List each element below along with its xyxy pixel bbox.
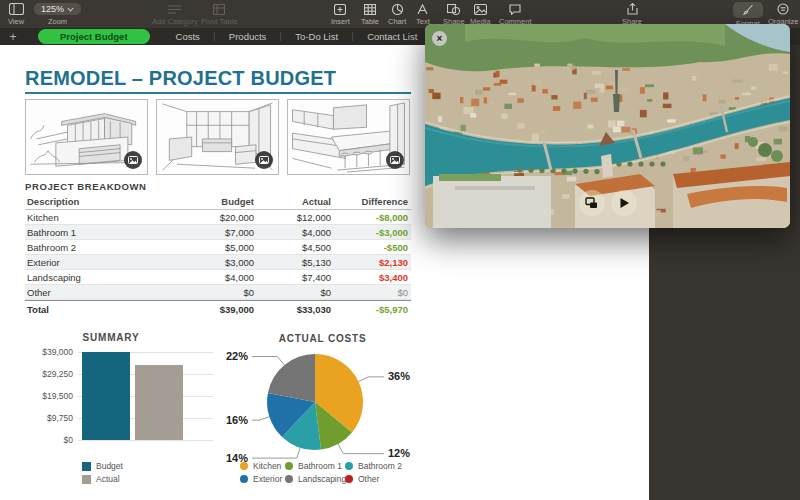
page-title[interactable]: REMODEL – PROJECT BUDGET [25,67,336,90]
cell-budget: $3,000 [180,257,257,268]
table-row[interactable]: Other$0$0$0 [25,285,411,300]
add-sheet-button[interactable]: + [0,30,26,44]
zoom-value: 125% [41,4,64,14]
kitchen-sketch[interactable] [287,99,410,175]
toolbar-chart-button[interactable]: Chart [388,2,406,26]
media-icon [474,2,487,16]
house-exterior-sketch[interactable] [25,99,148,175]
table-icon [364,2,376,16]
play-icon[interactable] [611,190,637,216]
bar-chart-title: SUMMARY [25,332,197,343]
toolbar-media-button[interactable]: Media [470,2,490,26]
cell-description: Total [25,304,180,315]
toolbar-table-label: Table [361,17,379,26]
cell-difference: $2,130 [334,257,411,268]
table-row[interactable]: Exterior$3,000$5,130$2,130 [25,255,411,270]
project-breakdown-table[interactable]: DescriptionBudgetActualDifferenceKitchen… [25,193,411,317]
pie-label-leader-line [252,448,300,458]
text-icon [417,2,428,16]
table-row[interactable]: Bathroom 1$7,000$4,000-$3,000 [25,225,411,240]
table-row[interactable]: Bathroom 2$5,000$4,500-$500 [25,240,411,255]
media-swap-icon[interactable] [579,190,605,216]
legend-dot [285,462,293,470]
pie-percent-label: 22% [226,350,248,362]
toolbar-zoom-button[interactable]: 125%Zoom [34,2,81,26]
table-total-row[interactable]: Total$39,000$33,030-$5,970 [25,300,411,317]
chevron-down-icon: 125% [34,2,81,16]
legend-label: Actual [96,474,120,484]
cell-description: Bathroom 1 [25,227,180,238]
table-row[interactable]: Landscaping$4,000$7,400$3,400 [25,270,411,285]
cell-budget: $20,000 [180,212,257,223]
tab-products[interactable]: Products [215,30,281,43]
cell-budget: $39,000 [180,304,257,315]
toolbar-comment-button[interactable]: Comment [499,2,532,26]
cell-actual: $5,130 [257,257,334,268]
image-badge-icon[interactable] [124,151,142,169]
cell-difference: $0 [334,287,411,298]
toolbar-pivot-table-button: Pivot Table [201,2,238,26]
y-axis-tick-label: $9,750 [25,413,73,423]
y-axis-tick-label: $39,000 [25,347,73,357]
toolbar-pivot-table-label: Pivot Table [201,17,238,26]
numbers-app-window: View125%ZoomAdd CategoryPivot TableInser… [0,0,800,500]
shape-icon [447,2,460,16]
toolbar-text-button[interactable]: Text [416,2,430,26]
column-header: Actual [257,196,334,207]
cell-actual: $4,500 [257,242,334,253]
cell-difference: -$3,000 [334,227,411,238]
legend-label: Other [358,474,379,484]
column-header: Budget [180,196,257,207]
tab-to-do-list[interactable]: To-Do List [281,30,352,43]
actual-costs-pie-chart[interactable]: ACTUAL COSTS36%12%14%16%22%KitchenBathro… [210,330,435,495]
legend-label: Exterior [253,474,282,484]
toolbar-table-button[interactable]: Table [361,2,379,26]
image-badge-icon[interactable] [255,151,273,169]
image-badge-icon[interactable] [386,151,404,169]
bar-budget[interactable] [82,352,130,440]
cell-actual: $7,400 [257,272,334,283]
toolbar-view-label: View [8,17,24,26]
toolbar-shape-button[interactable]: Shape [443,2,465,26]
toolbar-view-button[interactable]: View [8,2,24,26]
legend-label: Budget [96,461,123,471]
tab-project-budget[interactable]: Project Budget [38,29,150,44]
tab-costs[interactable]: Costs [162,30,214,43]
cell-actual: $0 [257,287,334,298]
table-row[interactable]: Kitchen$20,000$12,000-$8,000 [25,210,411,225]
legend-swatch [82,462,91,471]
pie-percent-label: 12% [388,447,410,459]
organize-icon [777,2,789,16]
cell-actual: $33,030 [257,304,334,315]
legend-label: Bathroom 2 [358,461,402,471]
video-overlay-window[interactable]: × [425,24,790,228]
bar-legend-item: Budget [82,461,123,471]
pie-svg: 36%12%14%16%22% [210,345,435,470]
pie-legend-item: Other [345,474,379,484]
section-label: PROJECT BREAKDOWN [25,181,147,192]
legend-swatch [82,475,91,484]
cell-budget: $4,000 [180,272,257,283]
y-axis-tick-label: $0 [25,435,73,445]
add-category-icon [168,2,181,16]
tab-contact-list[interactable]: Contact List [353,30,431,43]
gridline [78,440,213,441]
pie-label-leader-line [252,357,284,366]
close-icon[interactable]: × [432,31,447,46]
cell-difference: -$5,970 [334,304,411,315]
cell-actual: $4,000 [257,227,334,238]
bar-actual[interactable] [135,365,183,440]
toolbar-insert-button[interactable]: Insert [331,2,350,26]
toolbar-organize-button[interactable]: Organize [768,2,798,26]
summary-bar-chart[interactable]: SUMMARY$39,000$29,250$19,500$9,750$0Budg… [25,330,217,495]
interior-room-sketch[interactable] [156,99,279,175]
toolbar-share-button[interactable]: Share [622,2,642,26]
cell-difference: $3,400 [334,272,411,283]
cell-description: Kitchen [25,212,180,223]
legend-dot [345,475,353,483]
cell-budget: $5,000 [180,242,257,253]
pie-chart-title: ACTUAL COSTS [210,333,435,344]
zoom-level-control[interactable]: 125% [34,3,81,15]
pie-label-leader-line [338,444,384,454]
legend-label: Landscaping [298,474,346,484]
